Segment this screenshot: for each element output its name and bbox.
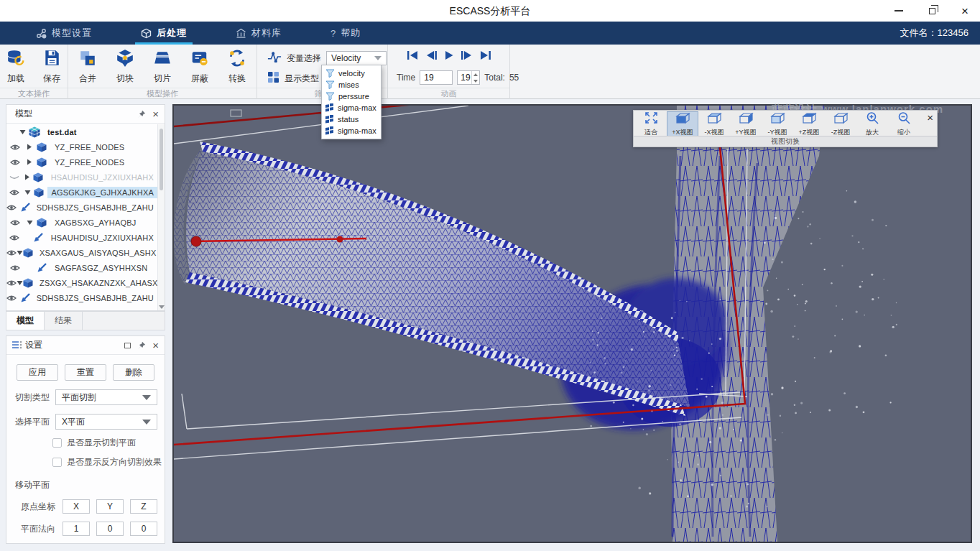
dropdown-option[interactable]: sigma-max [322,102,381,114]
close-icon[interactable]: × [927,111,933,124]
tree-scrollbar[interactable] [157,124,165,310]
minimize-button[interactable] [891,3,907,19]
eye-visible-icon[interactable] [6,234,22,241]
tree-item-label[interactable]: YZ_FREE_NODES [51,157,128,168]
view-minus-y-button[interactable]: -Y视图 [762,111,793,136]
normal-value-input[interactable]: 0 [130,522,157,536]
apply-button[interactable]: 应用 [17,364,58,381]
checkbox[interactable] [52,458,62,467]
checkbox-row[interactable]: 是否显示切割平面 [52,437,165,449]
step-back-button[interactable] [425,50,438,63]
caret-collapsed-icon[interactable] [24,159,35,165]
tree-row[interactable]: XAGBSXG_AYHAQBJ [6,215,157,230]
dropdown-option[interactable]: status [322,114,381,125]
tree-item-label[interactable]: XSAXGAUS_AISYAQSH_ASHX [36,247,157,259]
tree-row[interactable]: XSAXGAUS_AISYAQSH_ASHX [6,245,157,260]
view-minus-x-button[interactable]: -X视图 [698,111,730,136]
tree-item-label[interactable]: SAGFASGZ_ASYHHXSN [51,262,151,274]
mask-button[interactable]: 屏蔽 [183,46,216,88]
tree-item-label[interactable]: test.dat [44,126,80,138]
scrollbar-down-icon[interactable] [159,305,165,309]
tree-item-label[interactable]: AGSGKJKG_GJHXAJKHXA [47,187,157,198]
convert-button[interactable]: 转换 [221,46,254,88]
caret-expanded-icon[interactable] [17,250,23,256]
view-plus-z-button[interactable]: +Z视图 [793,111,825,136]
tree-item-label[interactable]: HSAUHDISU_JZXIUXHAHX [47,172,157,183]
normal-value-input[interactable]: 1 [63,522,90,536]
eye-visible-icon[interactable] [6,189,22,196]
tree-row[interactable]: HSAUHDISU_JZXIUXHAHX [6,170,157,185]
checkbox-row[interactable]: 是否显示反方向切割效果 [52,456,165,468]
fit-button[interactable]: 适合 [635,111,667,136]
view-minus-z-button[interactable]: -Z视图 [825,111,856,136]
play-button[interactable] [444,50,454,63]
tree-item-label[interactable]: HSAUHDISU_JZXIUXHAHX [47,232,157,244]
tree-row[interactable]: SAGFASGZ_ASYHHXSN [6,260,157,275]
tab-material-library[interactable]: 材料库 [231,22,286,45]
spinner-up-button[interactable] [472,71,479,78]
step-forward-button[interactable] [461,50,473,63]
eye-visible-icon[interactable] [6,279,17,287]
tab-result[interactable]: 结果 [45,312,83,330]
tree-item-label[interactable]: ZSXGX_HSAKAZNZXK_AHASX [36,277,157,289]
close-icon[interactable]: × [152,108,159,119]
dropdown-option[interactable]: sigma-max [322,125,381,136]
caret-expanded-icon[interactable] [24,220,35,226]
caret-expanded-icon[interactable] [17,280,23,286]
dropdown-option[interactable]: velocity [322,68,381,79]
load-button[interactable]: 加载 [0,46,32,88]
view-plus-x-button[interactable]: +X视图 [667,111,698,136]
origin-value-input[interactable]: X [63,499,90,514]
dropdown-option[interactable]: perssure [322,91,381,102]
cut-block-button[interactable]: 切块 [108,46,142,88]
pin-icon[interactable] [137,341,146,350]
zoom-out-button[interactable]: 缩小 [888,111,920,136]
tab-help[interactable]: ?帮助 [326,22,365,45]
caret-collapsed-icon[interactable] [22,174,33,180]
delete-button[interactable]: 删除 [113,364,154,381]
tree-row[interactable]: SDHSBJZS_GHSABJHB_ZAHU [6,200,157,215]
spinner-down-button[interactable] [472,78,479,84]
tree-row[interactable]: test.dat [6,124,157,139]
zoom-in-button[interactable]: 放大 [856,111,888,136]
eye-visible-icon[interactable] [6,159,24,166]
tab-model[interactable]: 模型 [6,312,45,330]
plane-select[interactable]: X平面 [55,414,157,430]
cut-type-select[interactable]: 平面切割 [55,389,157,405]
merge-button[interactable]: 合并 [71,46,104,88]
eye-visible-icon[interactable] [6,249,17,256]
tree-item-label[interactable]: SDHSBJZS_GHSABJHB_ZAHU [33,292,157,304]
eye-visible-icon[interactable] [6,264,24,272]
frame-spinner[interactable]: 19 [457,70,480,85]
eye-hidden-icon[interactable] [6,174,22,181]
caret-collapsed-icon[interactable] [24,144,35,150]
pin-icon[interactable] [137,110,146,119]
save-button[interactable]: 保存 [36,46,68,88]
scrollbar-thumb[interactable] [160,129,163,190]
tree-row[interactable]: YZ_FREE_NODES [6,139,157,154]
tree-row[interactable]: SDHSBJZS_GHSABJHB_ZAHU [6,290,157,305]
checkbox[interactable] [52,438,62,448]
tree-item-label[interactable]: XAGBSXG_AYHAQBJ [51,217,139,228]
restore-panel-icon[interactable] [124,343,131,348]
eye-visible-icon[interactable] [6,219,24,226]
tab-post-process[interactable]: 后处理 [137,22,191,45]
eye-visible-icon[interactable] [6,144,24,151]
eye-visible-icon[interactable] [6,204,17,211]
tab-model-settings[interactable]: 模型设置 [32,22,96,45]
normal-value-input[interactable]: 0 [96,522,124,536]
reset-button[interactable]: 重置 [65,364,106,381]
tree-row[interactable]: ZSXGX_HSAKAZNZXK_AHASX [6,275,157,290]
tree-item-label[interactable]: YZ_FREE_NODES [51,142,128,153]
tree-row[interactable]: AGSGKJKG_GJHXAJKHXA [6,185,157,200]
restore-button[interactable] [924,3,940,19]
caret-expanded-icon[interactable] [17,129,28,135]
tree-item-label[interactable]: SDHSBJZS_GHSABJHB_ZAHU [33,202,157,213]
tree-row[interactable]: HSAUHDISU_JZXIUXHAHX [6,230,157,245]
slice-button[interactable]: 切片 [146,46,179,88]
skip-start-button[interactable] [407,50,419,63]
origin-value-input[interactable]: Y [96,499,124,514]
view-plus-y-button[interactable]: +Y视图 [730,111,762,136]
eye-visible-icon[interactable] [6,295,17,302]
skip-end-button[interactable] [479,50,491,63]
